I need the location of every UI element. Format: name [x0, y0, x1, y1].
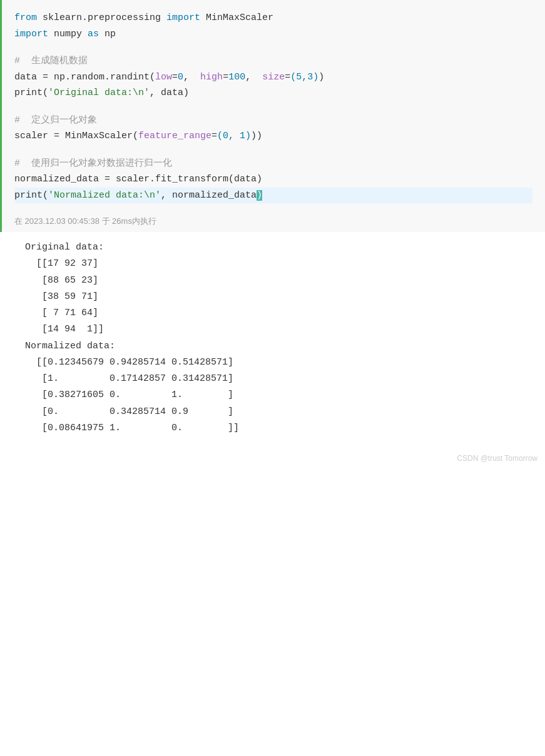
keyword-import2: import: [14, 29, 48, 39]
execution-timestamp: 在 2023.12.03 00:45:38 于 26ms内执行: [0, 213, 545, 232]
empty-line-3: [14, 144, 532, 156]
code-line-2: import numpy as np: [14, 26, 532, 43]
output-line-2: [[17 92 37]: [25, 256, 532, 272]
code-line-6: print('Original data:\n', data): [14, 85, 532, 101]
output-line-9: [1. 0.17142857 0.31428571]: [25, 371, 532, 387]
code-line-1: from sklearn.preprocessing import MinMax…: [14, 10, 532, 26]
comment-line-3: # 使用归一化对象对数据进行归一化: [14, 156, 532, 172]
output-block: Original data: [[17 92 37] [88 65 23] [3…: [0, 232, 545, 449]
output-line-12: [0.08641975 1. 0. ]]: [25, 420, 532, 436]
keyword-as: as: [88, 29, 99, 39]
output-line-7: Normalized data:: [25, 338, 532, 355]
code-block: from sklearn.preprocessing import MinMax…: [0, 0, 545, 213]
watermark: CSDN @trust Tomorrow: [0, 449, 545, 465]
output-line-10: [0.38271605 0. 1. ]: [25, 387, 532, 403]
cursor: ): [257, 190, 262, 201]
output-line-5: [ 7 71 64]: [25, 305, 532, 321]
empty-line-2: [14, 101, 532, 113]
output-line-3: [88 65 23]: [25, 273, 532, 289]
empty-line-1: [14, 42, 532, 53]
code-line-12: normalized_data = scaler.fit_transform(d…: [14, 171, 532, 188]
comment-line-2: # 定义归一化对象: [14, 113, 532, 129]
output-line-1: Original data:: [25, 239, 532, 256]
code-line-5: data = np.random.randint(low=0, high=100…: [14, 69, 532, 86]
code-line-highlighted: print('Normalized data:\n', normalized_d…: [14, 188, 532, 204]
keyword-import: import: [166, 13, 200, 23]
output-line-4: [38 59 71]: [25, 289, 532, 305]
output-line-6: [14 94 1]]: [25, 321, 532, 338]
code-line-9: scaler = MinMaxScaler(feature_range=(0, …: [14, 128, 532, 144]
keyword-from: from: [14, 13, 37, 23]
output-line-11: [0. 0.34285714 0.9 ]: [25, 404, 532, 420]
comment-line-1: # 生成随机数据: [14, 53, 532, 69]
output-line-8: [[0.12345679 0.94285714 0.51428571]: [25, 355, 532, 371]
